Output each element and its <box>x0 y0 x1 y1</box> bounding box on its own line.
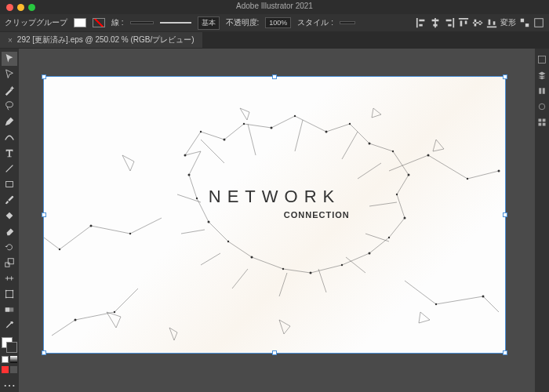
brush-definition-select[interactable]: 基本 <box>198 16 220 30</box>
color-panel-icon[interactable] <box>537 102 547 111</box>
selection-type-label: クリップグループ <box>5 17 67 28</box>
shaper-tool[interactable] <box>2 209 17 223</box>
direct-selection-tool[interactable] <box>2 67 17 82</box>
stroke-preview-icon <box>160 22 191 24</box>
svg-point-14 <box>539 103 545 110</box>
svg-line-2 <box>6 165 13 172</box>
free-transform-tool[interactable] <box>2 287 17 301</box>
magic-wand-tool[interactable] <box>2 83 17 97</box>
align-center-h-icon[interactable] <box>430 17 441 28</box>
align-center-v-icon[interactable] <box>472 17 483 28</box>
tools-panel: ⋯ <box>0 49 19 392</box>
align-bottom-icon[interactable] <box>486 17 497 28</box>
svg-rect-12 <box>5 307 9 311</box>
rotate-tool[interactable] <box>2 240 17 254</box>
svg-rect-18 <box>543 123 546 126</box>
tab-label: 292 [更新済み].eps @ 250.02 % (RGB/プレビュー) <box>17 34 195 45</box>
pen-tool[interactable] <box>2 114 17 129</box>
control-bar: クリップグループ 線 : 基本 不透明度: 100% スタイル : 変形 <box>0 14 549 31</box>
artboard[interactable]: NETWORK CONNECTION <box>44 77 505 353</box>
resize-handle-tr[interactable] <box>503 74 507 79</box>
stroke-label: 線 : <box>111 17 124 28</box>
isolate-icon[interactable] <box>519 17 530 28</box>
swatches-panel-icon[interactable] <box>537 118 547 127</box>
lasso-tool[interactable] <box>2 99 17 113</box>
svg-rect-16 <box>543 119 546 122</box>
document-tab-strip: × 292 [更新済み].eps @ 250.02 % (RGB/プレビュー) <box>0 31 549 49</box>
type-tool[interactable] <box>2 146 17 160</box>
edit-toolbar-icon[interactable]: ⋯ <box>2 378 17 392</box>
svg-point-10 <box>13 297 14 299</box>
rectangle-tool[interactable] <box>2 177 17 191</box>
resize-handle-ml[interactable] <box>42 212 46 217</box>
width-tool[interactable] <box>2 271 17 285</box>
resize-handle-bl[interactable] <box>42 350 46 355</box>
screen-mode-row[interactable] <box>2 366 17 373</box>
resize-handle-bm[interactable] <box>272 350 277 355</box>
resize-handle-tm[interactable] <box>272 74 277 79</box>
color-mode-row[interactable] <box>2 356 17 363</box>
opacity-input[interactable]: 100% <box>265 17 291 28</box>
minimize-window-icon[interactable] <box>17 4 24 11</box>
svg-point-9 <box>5 297 7 299</box>
svg-point-7 <box>5 290 7 292</box>
align-top-icon[interactable] <box>458 17 469 28</box>
resize-handle-mr[interactable] <box>503 212 507 217</box>
resize-handle-tl[interactable] <box>42 74 46 79</box>
maximize-window-icon[interactable] <box>28 4 35 11</box>
eraser-tool[interactable] <box>2 224 17 238</box>
line-tool[interactable] <box>2 162 17 176</box>
transform-label: 変形 <box>500 17 516 28</box>
layers-panel-icon[interactable] <box>537 71 547 80</box>
stroke-swatch[interactable] <box>93 18 105 27</box>
selection-tool[interactable] <box>2 52 17 66</box>
close-tab-icon[interactable]: × <box>8 36 13 45</box>
scale-tool[interactable] <box>2 256 17 270</box>
align-right-icon[interactable] <box>444 17 455 28</box>
paintbrush-tool[interactable] <box>2 193 17 207</box>
fill-stroke-swatches[interactable] <box>2 337 17 353</box>
edit-clip-icon[interactable] <box>533 17 544 28</box>
svg-rect-13 <box>539 56 546 64</box>
close-window-icon[interactable] <box>6 4 13 11</box>
window-controls: Adobe Illustrator 2021 <box>0 0 549 14</box>
app-title: Adobe Illustrator 2021 <box>236 2 313 10</box>
style-label: スタイル : <box>297 17 333 28</box>
svg-rect-15 <box>539 119 542 122</box>
style-select[interactable] <box>340 21 355 24</box>
svg-rect-0 <box>535 19 544 27</box>
fill-swatch[interactable] <box>74 18 86 27</box>
svg-point-1 <box>6 102 13 107</box>
properties-panel-icon[interactable] <box>537 55 547 64</box>
svg-point-8 <box>13 290 14 292</box>
opacity-label: 不透明度: <box>226 17 260 28</box>
libraries-panel-icon[interactable] <box>537 86 547 96</box>
stroke-weight-input[interactable] <box>130 21 154 24</box>
svg-rect-17 <box>539 123 542 126</box>
resize-handle-br[interactable] <box>503 350 507 355</box>
svg-rect-4 <box>5 263 9 267</box>
document-tab[interactable]: × 292 [更新済み].eps @ 250.02 % (RGB/プレビュー) <box>0 32 202 48</box>
gradient-tool[interactable] <box>2 303 17 317</box>
svg-rect-5 <box>8 259 13 264</box>
panel-dock-right <box>535 49 549 392</box>
svg-rect-3 <box>6 182 13 187</box>
align-left-icon[interactable] <box>416 17 427 28</box>
selection-bounding-box <box>43 76 506 354</box>
curvature-tool[interactable] <box>2 130 17 144</box>
workspace: ⋯ NETWORK CONNECTION <box>0 49 549 392</box>
eyedropper-tool[interactable] <box>2 318 17 332</box>
svg-rect-6 <box>6 291 13 298</box>
